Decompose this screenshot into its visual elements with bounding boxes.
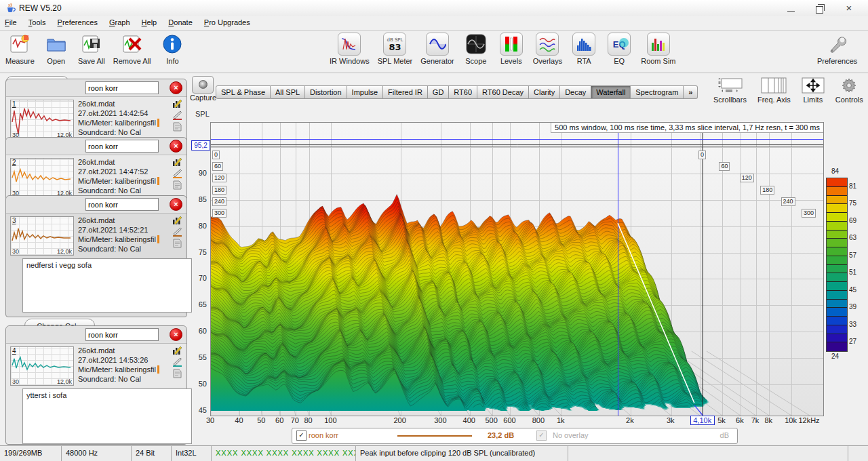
minimize-button[interactable] [777,0,804,16]
close-button[interactable]: × [835,0,863,16]
overlays-button[interactable]: Overlays [533,33,562,65]
measurement-card-2[interactable]: × 2 30 12,0k 26okt.mdat 27.okt.2021 14:4… [5,137,187,203]
tab-clarity[interactable]: Clarity [529,85,560,99]
edit-graph-icon[interactable] [172,99,182,108]
levels-button[interactable]: Levels [498,33,525,65]
measurement-card-4[interactable]: × 4 30 12,0k 26okt.mdat 27.okt.2021 14:5… [5,325,187,445]
title-bar: REW V5.20 × [0,0,868,17]
measurement-card-3[interactable]: × 3 30 12,0k 26okt.mdat 27.okt.2021 14:5… [5,195,187,317]
notes-textarea[interactable]: ytterst i sofa [22,388,192,444]
freq-tick: 12kHz [795,416,823,424]
menu-tools[interactable]: Tools [24,16,51,28]
measure-icon [8,33,31,56]
scrollbars-button[interactable]: Scrollbars [713,77,747,104]
waterfall-canvas[interactable] [211,123,823,416]
menu-donate[interactable]: Donate [163,16,197,28]
capture-button[interactable]: Capture [190,76,216,102]
tab-rt60-decay[interactable]: RT60 Decay [477,85,529,99]
delete-measurement-button[interactable]: × [170,140,182,153]
rta-button[interactable]: RTA [570,33,597,65]
measurement-number: 3 [12,217,16,224]
measurement-card-1[interactable]: × 1 30 12,0k 26okt.mdat 27.okt.2021 14:4… [5,79,187,145]
colorbar-tick: 39 [849,303,856,310]
tab-spl-phase[interactable]: SPL & Phase [216,85,271,99]
remove-all-button[interactable]: Remove All [113,33,151,65]
menu-graph[interactable]: Graph [104,16,135,28]
tab-rt60[interactable]: RT60 [449,85,477,99]
room-sim-button[interactable]: Room Sim [641,33,675,65]
tab-gd[interactable]: GD [428,85,450,99]
thumb-min-freq: 30 [12,378,19,385]
trace-color-icon[interactable] [172,227,182,237]
tab-spectrogram[interactable]: Spectrogram [631,85,684,99]
edit-graph-icon[interactable] [172,346,182,355]
preferences-button[interactable]: Preferences [817,33,857,65]
spl-meter-button[interactable]: dB SPL83 SPL Meter [378,33,413,65]
cursor-spl-readout: 95,2 [191,140,210,151]
menu-file[interactable]: File [0,16,22,28]
notes-icon[interactable] [173,239,182,248]
menu-pro-upgrades[interactable]: Pro Upgrades [199,16,255,28]
measurement-name-input[interactable] [85,198,159,211]
notes-icon[interactable] [173,180,182,190]
status-bit-depth: 24 Bit [132,446,172,461]
edit-graph-icon[interactable] [172,216,182,225]
colorbar-tick: 57 [849,252,856,259]
eq-button[interactable]: EQ EQ [606,33,633,65]
notes-textarea[interactable]: nedferst i vegg sofa [22,258,192,313]
colorbar-segment [827,325,847,334]
trace-color-swatch [397,435,472,437]
delete-measurement-button[interactable]: × [170,198,182,211]
tab-filtered-ir[interactable]: Filtered IR [383,85,428,99]
delete-measurement-button[interactable]: × [170,81,182,94]
trace-color-icon[interactable] [172,111,182,120]
overlay-checkbox[interactable]: ✓ [536,430,547,441]
trace-color-icon[interactable] [172,169,182,178]
limits-button[interactable]: Limits [802,77,825,104]
status-peak-input: Peak input before clipping 120 dB SPL (u… [356,446,568,461]
notes-icon[interactable] [173,122,182,132]
save-all-button[interactable]: Save All [78,33,105,65]
scope-button[interactable]: Scope [462,33,490,65]
measurement-info: 26okt.mdat 27.okt.2021 14:42:54 Mic/Mete… [78,99,166,137]
tab-waterfall[interactable]: Waterfall [591,85,631,99]
edit-graph-icon[interactable] [172,157,182,167]
controls-button[interactable]: Controls [835,77,863,104]
spl-meter-label: SPL Meter [378,57,413,65]
measurement-name-input[interactable] [85,81,159,94]
colorbar-segment [827,300,847,308]
open-button[interactable]: Open [43,33,70,65]
restore-button[interactable] [806,0,833,16]
measurement-name-input[interactable] [85,140,159,153]
tab-distortion[interactable]: Distortion [305,85,347,99]
delete-measurement-button[interactable]: × [170,328,182,341]
measurement-thumbnail[interactable]: 4 30 12,0k [10,346,74,386]
tab-all-spl[interactable]: All SPL [271,85,305,99]
measurement-thumbnail[interactable]: 2 30 12,0k [10,158,74,197]
measurement-datetime: 27.okt.2021 14:47:52 [78,167,166,176]
trace-color-icon[interactable] [172,357,182,367]
measure-button[interactable]: Measure [5,33,35,65]
camera-icon [192,76,214,94]
measurement-name-input[interactable] [85,328,159,341]
info-button[interactable]: Info [159,33,186,65]
measurement-mic: Mic/Meter: kaliberingsfil [78,177,156,185]
measurement-thumbnail[interactable]: 3 30 12,0k [10,216,74,256]
spl-tick: 55 [191,353,207,361]
trace-name[interactable]: roon korr [309,431,338,439]
waterfall-plot[interactable]: 500 ms window, 100 ms rise time, 3,33 ms… [210,122,824,416]
generator-button[interactable]: Generator [420,33,454,65]
tab-overflow-button[interactable]: » [684,85,698,99]
ir-windows-button[interactable]: IR Windows [330,33,370,65]
menu-help[interactable]: Help [137,16,162,28]
freq-axis-button[interactable]: Freq. Axis [757,77,791,104]
tab-decay[interactable]: Decay [560,85,591,99]
menu-preferences[interactable]: Preferences [53,16,102,28]
colorbar-segment [827,230,847,239]
notes-icon[interactable] [173,369,182,378]
measurement-thumbnail[interactable]: 1 30 12,0k [10,100,74,139]
legend-unit: dB [720,431,729,439]
tab-impulse[interactable]: Impulse [347,85,384,99]
trace-checkbox[interactable]: ✓ [296,430,307,441]
info-icon [161,33,184,56]
